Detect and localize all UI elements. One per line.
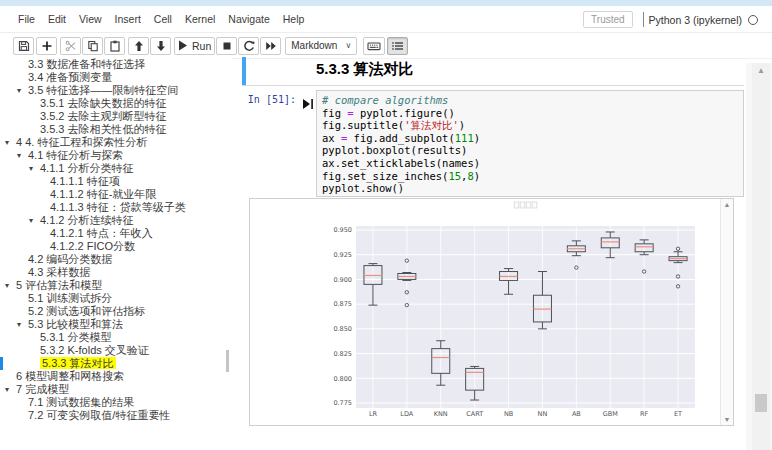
jupyter-notebook-window: FileEditViewInsertCellKernelNavigateHelp… xyxy=(0,0,772,450)
toc-item-label: 7.2 可变实例取值/特征重要性 xyxy=(28,409,170,421)
scroll-up-icon[interactable]: ▲ xyxy=(721,201,733,208)
menu-item-cell[interactable]: Cell xyxy=(154,13,172,25)
scroll-down-icon[interactable]: ▼ xyxy=(721,416,733,423)
save-button[interactable] xyxy=(13,37,34,55)
collapse-arrow-icon[interactable]: ▾ xyxy=(17,318,21,331)
collapse-arrow-icon[interactable]: ▾ xyxy=(17,149,21,162)
command-palette-button[interactable] xyxy=(363,37,385,55)
move-cell-down-button[interactable] xyxy=(150,37,171,55)
menu-item-view[interactable]: View xyxy=(79,13,102,25)
toc-item-3-5-3[interactable]: 3.5.3 去除相关性低的特征 xyxy=(0,123,232,136)
restart-icon xyxy=(243,40,255,52)
collapse-arrow-icon[interactable]: ▾ xyxy=(5,136,9,149)
svg-text:RF: RF xyxy=(640,410,649,418)
toc-item-5-3[interactable]: ▾5.3 比较模型和算法 xyxy=(0,318,232,331)
toc-item-4-1-2[interactable]: ▾4.1.2 分析连续特征 xyxy=(0,214,232,227)
toc-item-7-2[interactable]: 7.2 可变实例取值/特征重要性 xyxy=(0,409,232,422)
kernel-idle-icon xyxy=(748,15,758,25)
interrupt-kernel-button[interactable] xyxy=(216,37,237,55)
celltype-select[interactable]: Markdown ∨ xyxy=(285,37,357,55)
menu-items: FileEditViewInsertCellKernelNavigateHelp xyxy=(18,13,317,25)
menu-item-edit[interactable]: Edit xyxy=(48,13,66,25)
toc-item-4-1-1[interactable]: ▾4.1.1 分析分类特征 xyxy=(0,162,232,175)
toc-item-3-5-1[interactable]: 3.5.1 去除缺失数据的特征 xyxy=(0,97,232,110)
insert-cell-button[interactable] xyxy=(36,37,57,55)
toc-item-label: 4.1.1.2 特征-就业年限 xyxy=(50,188,156,200)
svg-text:0.875: 0.875 xyxy=(333,300,352,308)
restart-run-all-button[interactable] xyxy=(260,37,281,55)
svg-text:0.925: 0.925 xyxy=(333,251,352,259)
svg-text:LR: LR xyxy=(369,410,378,418)
markdown-heading-cell[interactable]: 5.3.3 算法对比 xyxy=(242,57,744,86)
sidebar-scrollbar-thumb[interactable] xyxy=(226,350,229,372)
toc-item-4-1[interactable]: ▾4.1 特征分析与探索 xyxy=(0,149,232,162)
menu-item-kernel[interactable]: Kernel xyxy=(185,13,215,25)
trusted-badge[interactable]: Trusted xyxy=(583,11,633,28)
menu-bar: FileEditViewInsertCellKernelNavigateHelp… xyxy=(0,6,772,33)
toc-item-label: 7.1 测试数据集的结果 xyxy=(28,396,134,408)
svg-text:0.775: 0.775 xyxy=(333,399,352,407)
collapse-arrow-icon[interactable]: ▾ xyxy=(17,84,21,97)
toc-item-5-3-1[interactable]: 5.3.1 分类模型 xyxy=(0,331,232,344)
restart-kernel-button[interactable] xyxy=(238,37,259,55)
toc-item-label: 4.1 特征分析与探索 xyxy=(28,149,123,161)
toc-item-3-5[interactable]: ▾3.5 特征选择——限制特征空间 xyxy=(0,84,232,97)
toc-item-label: 6 模型调整和网格搜索 xyxy=(16,370,124,382)
menu-item-navigate[interactable]: Navigate xyxy=(228,13,269,25)
code-cell[interactable]: In [51]: # compare algorithmsfig = pyplo… xyxy=(242,90,744,197)
run-icon xyxy=(178,40,188,51)
page-scrollbar-thumb[interactable] xyxy=(755,394,767,412)
page-scrollbar-track[interactable] xyxy=(752,63,770,450)
toolbar: Run Markdown ∨ xyxy=(0,33,772,59)
output-scrollbar[interactable]: ▲ ▼ xyxy=(720,199,733,425)
run-button[interactable]: Run xyxy=(174,37,215,55)
stop-icon xyxy=(221,40,233,52)
toc-item-3-5-2[interactable]: 3.5.2 去除主观判断型特征 xyxy=(0,110,232,123)
move-cell-up-button[interactable] xyxy=(128,37,149,55)
svg-text:0.800: 0.800 xyxy=(333,375,352,383)
toc-item-3-4[interactable]: 3.4 准备预测变量 xyxy=(0,71,232,84)
boxplot-figure-wrap: 0.9500.9250.9000.8750.8500.8250.8000.775… xyxy=(250,199,720,425)
toc-item-7[interactable]: ▾7 完成模型 xyxy=(0,383,232,396)
collapse-arrow-icon[interactable]: ▾ xyxy=(5,279,9,292)
toc-item-4-1-2-1[interactable]: 4.1.2.1 特点：年收入 xyxy=(0,227,232,240)
toc-toggle-button[interactable] xyxy=(387,37,408,55)
toc-item-4-1-2-2[interactable]: 4.1.2.2 FICO分数 xyxy=(0,240,232,253)
cut-cell-button[interactable] xyxy=(60,37,81,55)
menu-item-insert[interactable]: Insert xyxy=(115,13,141,25)
hide-input-marker-icon[interactable] xyxy=(303,95,314,113)
page-scroll-up-icon[interactable]: ▲ xyxy=(752,66,770,75)
output-area[interactable]: 0.9500.9250.9000.8750.8500.8250.8000.775… xyxy=(249,198,734,426)
toc-item-7-1[interactable]: 7.1 测试数据集的结果 xyxy=(0,396,232,409)
collapse-arrow-icon[interactable]: ▾ xyxy=(29,214,33,227)
toc-item-5[interactable]: ▾5 评估算法和模型 xyxy=(0,279,232,292)
toc-item-5-3-2[interactable]: 5.3.2 K-folds 交叉验证 xyxy=(0,344,232,357)
keyboard-icon xyxy=(367,40,381,52)
svg-text:NB: NB xyxy=(504,410,513,418)
page-scrollbar-gutter: ▲ xyxy=(746,63,772,450)
toc-item-6[interactable]: 6 模型调整和网格搜索 xyxy=(0,370,232,383)
collapse-arrow-icon[interactable]: ▾ xyxy=(29,162,33,175)
toc-item-4-3[interactable]: 4.3 采样数据 xyxy=(0,266,232,279)
toc-item-4-1-1-3[interactable]: 4.1.1.3 特征：贷款等级子类 xyxy=(0,201,232,214)
copy-cell-button[interactable] xyxy=(82,37,103,55)
toc-item-4-1-1-2[interactable]: 4.1.1.2 特征-就业年限 xyxy=(0,188,232,201)
toc-item-4-2[interactable]: 4.2 编码分类数据 xyxy=(0,253,232,266)
collapse-arrow-icon[interactable]: ▾ xyxy=(5,383,9,396)
menu-item-help[interactable]: Help xyxy=(283,13,305,25)
toc-item-5-1[interactable]: 5.1 训练测试拆分 xyxy=(0,292,232,305)
toc-item-5-3-3[interactable]: 5.3.3 算法对比 xyxy=(0,357,232,370)
toc-item-5-2[interactable]: 5.2 测试选项和评估指标 xyxy=(0,305,232,318)
toc-item-label: 3.5.3 去除相关性低的特征 xyxy=(40,123,167,135)
toc-item-3-3[interactable]: 3.3 数据准备和特征选择 xyxy=(0,58,232,71)
arrow-down-icon xyxy=(155,40,167,52)
selected-cell-bar xyxy=(242,57,246,85)
toc-item-4[interactable]: ▾4 4. 特征工程和探索性分析 xyxy=(0,136,232,149)
svg-text:LDA: LDA xyxy=(400,410,414,418)
paste-cell-button[interactable] xyxy=(104,37,125,55)
toc-item-4-1-1-1[interactable]: 4.1.1.1 特征项 xyxy=(0,175,232,188)
code-input-area[interactable]: # compare algorithmsfig = pyplot.figure(… xyxy=(316,90,744,197)
section-heading: 5.3.3 算法对比 xyxy=(316,60,414,79)
menu-item-file[interactable]: File xyxy=(18,13,35,25)
svg-text:KNN: KNN xyxy=(434,410,448,418)
